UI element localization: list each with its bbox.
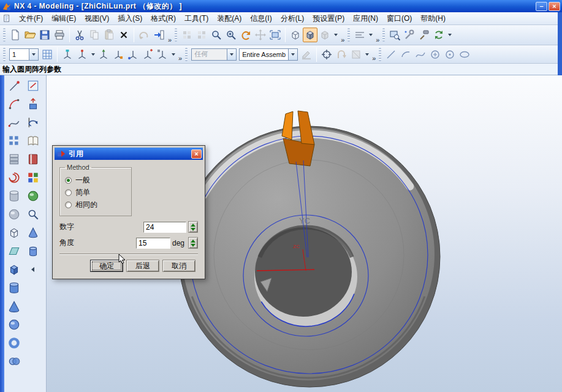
wcs-dropdown-icon[interactable] — [89, 48, 96, 61]
menu-analysis[interactable]: 分析(L) — [276, 12, 309, 25]
tools-dropdown-icon[interactable] — [446, 28, 453, 42]
combo-arrow-icon[interactable] — [288, 49, 297, 60]
menu-application[interactable]: 应用(N) — [349, 12, 382, 25]
graphics-window[interactable]: YC ZC 引用 × Method 一般 — [47, 75, 562, 392]
snap-point-icon[interactable] — [180, 28, 194, 42]
menu-tools[interactable]: 工具(T) — [180, 12, 213, 25]
display-mode-icon[interactable] — [317, 28, 332, 42]
sphere-blue-icon[interactable] — [6, 317, 22, 333]
menu-file[interactable]: 文件(F) — [15, 12, 47, 25]
wcs-rotate-icon[interactable] — [96, 47, 111, 62]
menu-information[interactable]: 信息(I) — [246, 12, 276, 25]
orient-view-icon[interactable] — [349, 47, 363, 62]
boolean-unite-icon[interactable] — [6, 353, 22, 369]
title-bar[interactable]: NX 4 - Modeling - [ZhiChiLun.prt （修改的） ]… — [0, 0, 562, 12]
ellipse-tool-icon[interactable] — [457, 47, 472, 62]
cylinder-small-icon[interactable] — [25, 243, 41, 259]
wcs-origin-icon[interactable] — [75, 47, 89, 62]
cylinder-blue-icon[interactable] — [6, 280, 22, 296]
manual-book-icon[interactable] — [25, 151, 41, 167]
sketch-arc-icon[interactable] — [6, 96, 22, 112]
revolve-icon[interactable] — [25, 115, 41, 130]
selection-filter-combo[interactable]: 任何 — [191, 48, 237, 61]
sketch-spline-icon[interactable] — [6, 115, 22, 130]
book-open-icon[interactable] — [25, 133, 41, 149]
sphere-gray-icon[interactable] — [6, 206, 22, 222]
spline-tool-icon[interactable] — [413, 47, 428, 62]
extrude-icon[interactable] — [25, 96, 41, 112]
wcs-set-icon[interactable] — [111, 47, 126, 62]
fit-view-icon[interactable] — [268, 28, 283, 42]
toolbar-overflow-icon[interactable]: » — [166, 37, 173, 43]
dialog-close-icon[interactable]: × — [191, 149, 202, 159]
layer-settings-icon[interactable] — [40, 47, 55, 62]
number-spinner[interactable] — [188, 221, 198, 233]
datum-plane-icon[interactable] — [6, 243, 22, 259]
work-layer-combo[interactable]: 1 — [9, 48, 39, 61]
toolbar-grip[interactable] — [379, 48, 381, 61]
radio-option-simple[interactable]: 简单 — [65, 187, 127, 198]
sketch-icon[interactable] — [25, 78, 41, 94]
circle-tool-icon[interactable] — [428, 47, 442, 62]
toolbar-grip[interactable] — [175, 28, 177, 42]
menu-insert[interactable]: 插入(S) — [113, 12, 146, 25]
number-input[interactable] — [143, 222, 186, 233]
cube-outline-icon[interactable] — [6, 225, 22, 241]
vector-constructor-icon[interactable] — [140, 47, 155, 62]
block-icon[interactable] — [6, 262, 22, 277]
edge-display-dropdown-icon[interactable] — [367, 28, 374, 42]
angle-spinner[interactable] — [188, 237, 198, 249]
repair-icon[interactable] — [417, 28, 431, 42]
toolbox-icon[interactable] — [402, 28, 417, 42]
combo-arrow-icon[interactable] — [29, 49, 38, 60]
cylinder-gray-icon[interactable] — [6, 188, 22, 204]
layer-stack-icon[interactable] — [6, 151, 22, 167]
combo-arrow-icon[interactable] — [227, 49, 236, 60]
dialog-title-bar[interactable]: 引用 × — [55, 148, 203, 160]
orient-view-dropdown-icon[interactable] — [363, 48, 370, 61]
radio-icon[interactable] — [65, 189, 72, 196]
minimize-button[interactable]: – — [536, 2, 547, 11]
toolbar-grip[interactable] — [185, 48, 188, 61]
layout-zoom-icon[interactable] — [387, 28, 402, 42]
copy-icon[interactable] — [87, 28, 102, 42]
toolbar-grip[interactable] — [347, 28, 350, 42]
sphere-green-icon[interactable] — [25, 188, 41, 204]
measure-icon[interactable] — [25, 206, 41, 222]
edge-display-icon[interactable] — [352, 28, 367, 42]
cone-blue-icon[interactable] — [25, 225, 41, 241]
pan-icon[interactable] — [253, 28, 268, 42]
snap-grid-icon[interactable] — [194, 28, 209, 42]
menu-format[interactable]: 格式(R) — [146, 12, 180, 25]
point-dialog-icon[interactable] — [126, 47, 140, 62]
import-part-icon[interactable] — [151, 28, 166, 42]
toolbar-overflow-icon[interactable]: » — [374, 37, 381, 43]
radio-option-identical[interactable]: 相同的 — [65, 200, 127, 210]
menu-assemblies[interactable]: 装配(A) — [213, 12, 246, 25]
wcs-dynamics-icon[interactable] — [60, 47, 75, 62]
close-button[interactable]: × — [549, 2, 560, 11]
radio-option-general[interactable]: 一般 — [65, 175, 127, 186]
arc-tool-icon[interactable] — [398, 47, 413, 62]
open-folder-icon[interactable] — [23, 28, 37, 42]
radio-icon[interactable] — [65, 177, 72, 184]
menu-edit[interactable]: 编辑(E) — [47, 12, 80, 25]
menu-view[interactable]: 视图(V) — [80, 12, 113, 25]
cut-icon[interactable] — [72, 28, 87, 42]
pattern-grid-icon[interactable] — [6, 133, 22, 149]
tube-icon[interactable] — [6, 335, 22, 351]
highlight-color-icon[interactable] — [299, 47, 314, 62]
new-file-icon[interactable] — [8, 28, 23, 42]
plane-constructor-icon[interactable] — [155, 47, 170, 62]
helix-icon[interactable] — [6, 170, 22, 186]
toolbar-grip[interactable] — [3, 28, 6, 42]
toolbar-overflow-icon[interactable]: » — [177, 55, 184, 61]
display-mode-dropdown-icon[interactable] — [332, 28, 339, 42]
radio-icon[interactable] — [65, 202, 72, 208]
update-icon[interactable] — [431, 28, 446, 42]
uturn-arrow-icon[interactable] — [334, 47, 349, 62]
wireframe-display-icon[interactable] — [288, 28, 303, 42]
back-button[interactable]: 后退 — [126, 260, 159, 272]
sketch-line-icon[interactable] — [6, 78, 22, 94]
constructor-dropdown-icon[interactable] — [170, 48, 177, 61]
